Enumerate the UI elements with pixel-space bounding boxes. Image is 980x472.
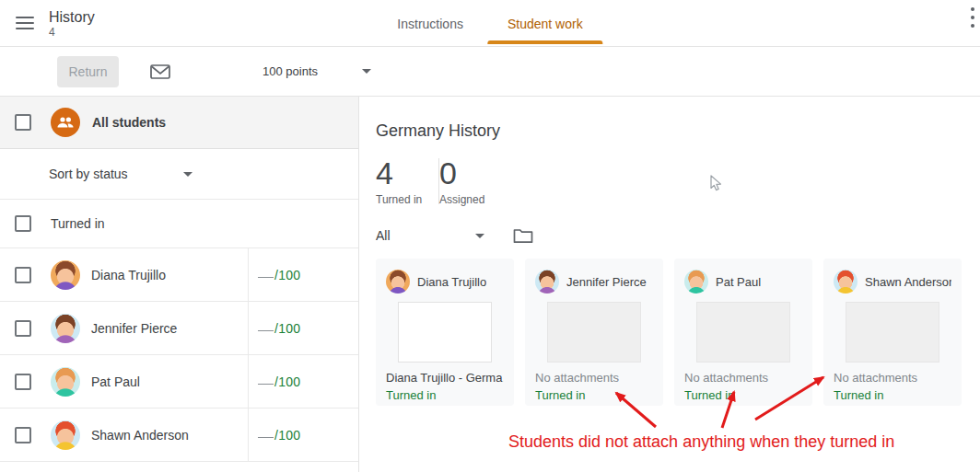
- attachment-placeholder: [547, 302, 641, 363]
- student-checkbox[interactable]: [15, 374, 31, 390]
- turned-in-section-row: Turned in: [0, 200, 358, 248]
- student-name: Pat Paul: [91, 374, 248, 389]
- stat-turned-in: 4 Turned in: [376, 156, 431, 206]
- sort-by-status-dropdown[interactable]: Sort by status: [49, 167, 192, 181]
- grade-denominator: /100: [274, 268, 300, 282]
- submission-status: Turned in: [386, 388, 504, 402]
- status-filter-value: All: [376, 228, 391, 243]
- submission-status: Turned in: [834, 388, 951, 402]
- student-name: Shawn Anderson: [91, 428, 248, 443]
- status-filter-dropdown[interactable]: All: [376, 228, 484, 243]
- student-row-pat[interactable]: Pat Paul /100: [0, 355, 358, 409]
- student-avatar: [834, 270, 858, 294]
- card-student-name: Shawn Anderson: [865, 275, 951, 289]
- student-name: Jennifer Pierce: [91, 321, 248, 336]
- student-checkbox[interactable]: [15, 320, 31, 337]
- student-avatar: [51, 420, 80, 450]
- points-value: 100 points: [262, 64, 318, 78]
- assignment-title: Germany History: [376, 121, 980, 141]
- card-header: Pat Paul: [684, 270, 802, 294]
- student-row-shawn[interactable]: Shawn Anderson /100: [0, 409, 358, 462]
- all-students-label: All students: [92, 115, 166, 130]
- student-checkbox[interactable]: [15, 427, 31, 443]
- submission-stats: 4 Turned in 0 Assigned: [376, 156, 980, 206]
- annotation-text: Students did not attach anything when th…: [508, 432, 894, 452]
- student-avatar: [535, 270, 559, 294]
- hamburger-menu-icon[interactable]: [16, 17, 34, 29]
- stat-turned-in-label: Turned in: [376, 193, 431, 206]
- grade-blank: [258, 384, 274, 385]
- student-row-jennifer[interactable]: Jennifer Pierce /100: [0, 302, 358, 355]
- chevron-down-icon: [183, 172, 192, 177]
- submission-status: Turned in: [684, 388, 802, 402]
- student-work-main-panel: Germany History 4 Turned in 0 Assigned A…: [359, 97, 980, 472]
- card-student-name: Diana Trujillo: [417, 275, 486, 289]
- tab-instructions-label: Instructions: [397, 17, 463, 31]
- grade-cell[interactable]: /100: [248, 302, 358, 354]
- grade-cell[interactable]: /100: [248, 409, 358, 461]
- folder-icon[interactable]: [513, 227, 533, 244]
- kebab-menu-icon[interactable]: [966, 7, 979, 28]
- email-icon[interactable]: [149, 63, 171, 81]
- student-list-sidebar: All students Sort by status Turned in Di…: [0, 97, 359, 472]
- submission-status: Turned in: [535, 388, 653, 402]
- card-header: Diana Trujillo: [386, 270, 504, 294]
- sort-by-status-value: Sort by status: [49, 167, 128, 181]
- filter-row: All: [376, 227, 980, 244]
- stat-assigned-label: Assigned: [439, 193, 495, 206]
- tab-bar: Instructions Student work: [375, 0, 604, 47]
- tab-student-work-label: Student work: [508, 17, 583, 31]
- all-students-row[interactable]: All students: [0, 97, 358, 149]
- grade-blank: [258, 277, 274, 278]
- chevron-down-icon: [475, 234, 484, 238]
- tab-student-work[interactable]: Student work: [485, 0, 605, 47]
- attachment-thumbnail[interactable]: [398, 302, 492, 363]
- tab-instructions[interactable]: Instructions: [375, 0, 485, 47]
- submission-card-pat[interactable]: Pat Paul No attachments Turned in: [674, 259, 812, 406]
- stat-assigned-count[interactable]: 0: [439, 156, 495, 190]
- student-avatar: [51, 367, 80, 397]
- student-name: Diana Trujillo: [91, 268, 248, 282]
- submission-cards: Diana Trujillo Diana Trujillo - Germa… T…: [376, 259, 980, 406]
- student-avatar: [51, 260, 80, 290]
- student-avatar: [51, 314, 80, 343]
- card-student-name: Jennifer Pierce: [566, 275, 647, 289]
- turned-in-checkbox[interactable]: [15, 215, 31, 232]
- student-avatar: [386, 270, 410, 294]
- no-attachments-label: No attachments: [535, 371, 653, 385]
- grade-denominator: /100: [274, 321, 300, 336]
- submission-card-diana[interactable]: Diana Trujillo Diana Trujillo - Germa… T…: [376, 259, 514, 406]
- points-dropdown[interactable]: 100 points: [262, 64, 371, 78]
- attachment-placeholder: [846, 302, 939, 363]
- student-row-diana[interactable]: Diana Trujillo /100: [0, 248, 358, 302]
- turned-in-section-label: Turned in: [51, 216, 105, 231]
- no-attachments-label: No attachments: [684, 371, 802, 385]
- card-header: Jennifer Pierce: [535, 270, 653, 294]
- grade-blank: [258, 437, 274, 438]
- submission-card-jennifer[interactable]: Jennifer Pierce No attachments Turned in: [525, 259, 663, 406]
- people-icon: [51, 108, 80, 137]
- attachment-title[interactable]: Diana Trujillo - Germa…: [386, 371, 504, 385]
- chevron-down-icon: [362, 69, 371, 74]
- student-avatar: [684, 270, 708, 294]
- grade-denominator: /100: [274, 428, 300, 443]
- submission-card-shawn[interactable]: Shawn Anderson No attachments Turned in: [823, 259, 962, 406]
- stat-assigned: 0 Assigned: [439, 156, 495, 206]
- return-button[interactable]: Return: [57, 56, 119, 87]
- grade-denominator: /100: [274, 374, 300, 389]
- toolbar: Return 100 points: [0, 47, 980, 97]
- attachment-placeholder: [696, 302, 790, 363]
- title-block: History 4: [49, 8, 95, 39]
- sort-row: Sort by status: [0, 149, 358, 200]
- grade-blank: [258, 330, 274, 331]
- header: History 4 Instructions Student work: [0, 0, 980, 47]
- student-checkbox[interactable]: [15, 267, 31, 283]
- grade-cell[interactable]: /100: [248, 355, 358, 408]
- content: All students Sort by status Turned in Di…: [0, 97, 980, 472]
- all-students-checkbox[interactable]: [15, 114, 31, 131]
- stat-turned-in-count[interactable]: 4: [376, 156, 431, 190]
- grade-cell[interactable]: /100: [248, 248, 358, 301]
- google-classroom-student-work-page: History 4 Instructions Student work Retu…: [0, 0, 980, 472]
- card-student-name: Pat Paul: [716, 275, 761, 289]
- no-attachments-label: No attachments: [834, 371, 951, 385]
